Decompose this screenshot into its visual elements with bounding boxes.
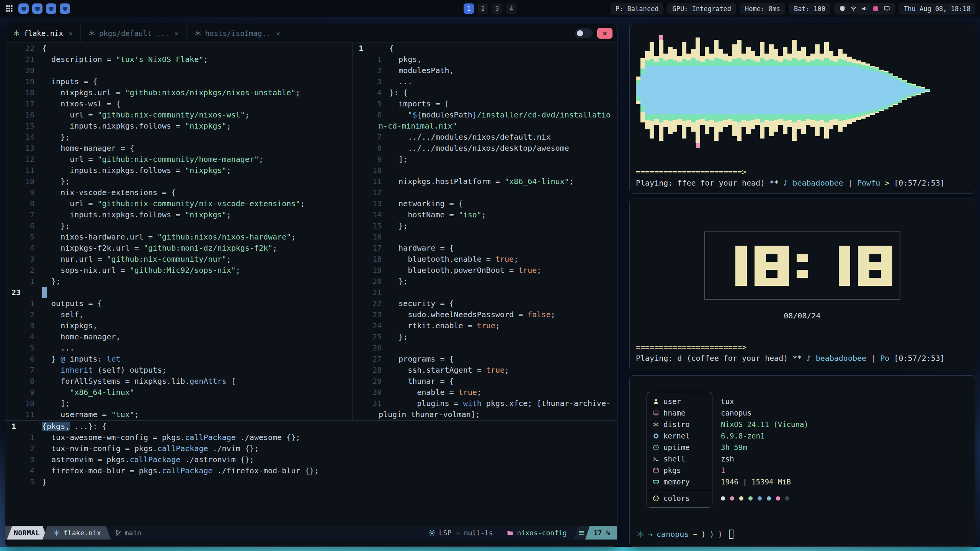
- pane-iso-image-nix[interactable]: 1{1 pkgs,2 modulesPath,3 ...4}: {5 impor…: [353, 43, 617, 420]
- window-button-2[interactable]: 2: [478, 3, 488, 14]
- fetch-value-kernel: 6.9.8-zen1: [721, 430, 808, 442]
- code-line: n-cd-minimal.nix": [353, 121, 617, 132]
- line-number: 27: [353, 354, 389, 365]
- viz-column: [764, 27, 769, 153]
- prompt-segment: ~: [693, 530, 697, 539]
- tab-close-button[interactable]: ×: [276, 29, 280, 37]
- viz-column: [742, 27, 746, 153]
- line-number: 3: [5, 320, 42, 331]
- window-button-3[interactable]: 3: [492, 3, 502, 14]
- code-line: 28 ssh.startAgent = true;: [353, 365, 617, 376]
- viz-column: [654, 27, 659, 153]
- line-number: 21: [5, 54, 42, 65]
- clock-terminal[interactable]: 08/08/24 =======================> Playin…: [629, 199, 975, 370]
- viz-column: [663, 27, 668, 153]
- workspace-button-1[interactable]: [18, 3, 29, 14]
- workspace-button-3[interactable]: [46, 3, 56, 14]
- code-line: 18 nixpkgs.url = "github:nixos/nixpkgs/n…: [5, 87, 352, 98]
- viz-column: [746, 27, 751, 153]
- git-branch: main: [125, 529, 141, 537]
- volume-icon[interactable]: [861, 5, 868, 12]
- line-number: 22: [5, 43, 42, 54]
- viz-column: [879, 27, 884, 153]
- line-number: 7: [353, 132, 389, 143]
- line-number: 28: [353, 365, 389, 376]
- fetch-value-uptime: 3h 59m: [721, 442, 808, 453]
- workspace-button-4[interactable]: [60, 3, 70, 14]
- system-fetch: userhnamedistrokerneluptimeshellpkgsmemo…: [647, 392, 969, 508]
- code-line: 22 security = {: [353, 298, 617, 309]
- code-line: 19 bluetooth.powerOnBoot = true;: [353, 265, 617, 276]
- code-line: 2 modulesPath,: [353, 65, 617, 76]
- viz-column: [737, 27, 742, 153]
- snowflake-icon: [88, 30, 95, 37]
- pane-pkgs-default-nix[interactable]: 1{pkgs, ...}: {1 tux-awesome-wm-config =…: [5, 421, 617, 526]
- recording-indicator[interactable]: [872, 5, 879, 12]
- line-number: 17: [353, 243, 389, 254]
- shield-icon[interactable]: [839, 5, 846, 12]
- ontop-toggle[interactable]: [575, 28, 593, 38]
- code-line: 24 rtkit.enable = true;: [353, 320, 617, 331]
- line-number: 11: [353, 176, 389, 187]
- status-pill: P: Balanced: [611, 3, 664, 15]
- code-line: 19 inputs = {: [5, 76, 352, 87]
- viz-column: [824, 27, 829, 153]
- tab-close-button[interactable]: ×: [175, 29, 179, 37]
- shell-prompt[interactable]: → canopus ~ ))): [637, 530, 733, 539]
- memory-icon: [653, 479, 659, 485]
- line-number: 6: [5, 220, 42, 231]
- fetch-label: kernel: [663, 432, 690, 440]
- window-close-button[interactable]: ×: [597, 28, 612, 39]
- code-line: 9 ];: [353, 154, 617, 165]
- top-splits: 22{21 description = "tux's NixOS Flake";…: [5, 43, 617, 420]
- tab-close-button[interactable]: ×: [69, 29, 73, 37]
- spacer: [636, 153, 969, 166]
- window-button-4[interactable]: 4: [506, 3, 516, 14]
- viz-column: [700, 27, 705, 153]
- tab-pkgs-default[interactable]: pkgs/default ...×: [81, 24, 187, 42]
- viz-column: [810, 27, 815, 153]
- line-number: 10: [5, 176, 42, 187]
- line-number: 9: [353, 154, 389, 165]
- wifi-icon[interactable]: [850, 5, 857, 12]
- window-button-1[interactable]: 1: [464, 3, 474, 14]
- line-number: 4: [353, 87, 389, 98]
- color-dot: [748, 496, 753, 500]
- viz-column: [856, 27, 861, 153]
- color-dot: [730, 496, 734, 500]
- prompt-segment: canopus: [657, 530, 689, 539]
- visualizer-terminal[interactable]: =======================> Playing: ffee f…: [629, 24, 975, 194]
- line-number: 23: [353, 309, 389, 320]
- fetch-value-distro: NixOS 24.11 (Vicuna): [721, 419, 808, 430]
- spacer: [636, 320, 969, 342]
- titlebar-actions: ×: [575, 28, 617, 39]
- line-number: 23: [5, 287, 42, 298]
- code-line: 4 firefox-mod-blur = pkgs.callPackage ./…: [5, 465, 617, 476]
- tab-hosts-isoimag[interactable]: hosts/isoImag..×: [187, 24, 288, 42]
- viz-column: [902, 27, 907, 153]
- code-line: 9 "x86_64-linux": [5, 387, 352, 398]
- fetch-terminal[interactable]: userhnamedistrokerneluptimeshellpkgsmemo…: [629, 375, 975, 547]
- line-number: 21: [353, 287, 389, 298]
- code-line: 15 inputs.nixpkgs.follows = "nixpkgs";: [5, 121, 352, 132]
- pane-flake-nix[interactable]: 22{21 description = "tux's NixOS Flake";…: [5, 43, 352, 420]
- viz-column: [815, 27, 820, 153]
- viz-column: [833, 27, 838, 153]
- code-line: 25 };: [353, 331, 617, 342]
- line-number: 2: [5, 309, 42, 320]
- code-line: 22{: [5, 43, 352, 54]
- line-number: 11: [5, 409, 42, 420]
- tab-flake-nix[interactable]: flake.nix×: [5, 24, 81, 42]
- statusline-spacer: [146, 526, 422, 540]
- scroll-percent: 17 %: [585, 526, 617, 540]
- audio-visualizer: [636, 27, 969, 153]
- apps-grid-icon[interactable]: [5, 4, 14, 13]
- code-line: 4 nixpkgs-f2k.url = "github:moni-dz/nixp…: [5, 243, 352, 254]
- code-line: 8 ../../modules/nixos/desktop/awesome: [353, 143, 617, 154]
- code-line: 11 inputs.nixpkgs.follows = "nixpkgs";: [5, 165, 352, 176]
- code-line: 31 plugins = with pkgs.xfce; [thunar-arc…: [353, 398, 617, 409]
- screen-icon[interactable]: [884, 5, 890, 12]
- workspace-button-2[interactable]: [32, 3, 42, 14]
- clock-digit: [858, 246, 892, 286]
- code-line: 6 "${modulesPath}/installer/cd-dvd/insta…: [353, 109, 617, 121]
